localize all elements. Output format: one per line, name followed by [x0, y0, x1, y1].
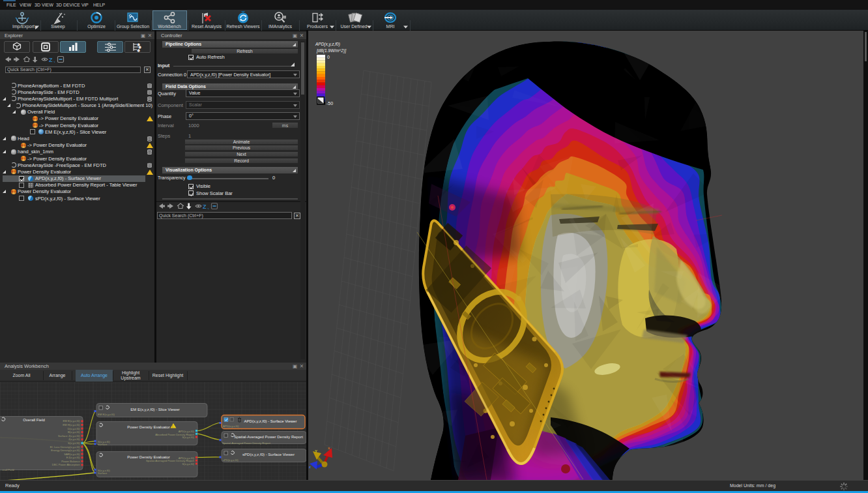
svg-text:Z: Z — [203, 203, 207, 210]
svg-text:0: 0 — [327, 55, 330, 59]
svg-text:B(x,y,z,f0): B(x,y,z,f0) — [68, 430, 80, 434]
svg-text:Surface: Surface — [98, 443, 108, 446]
svg-text:APD(x,y,z,f0): APD(x,y,z,f0) — [223, 425, 239, 428]
svg-text:S(x,y,z,f0): S(x,y,z,f0) — [182, 436, 194, 439]
svg-text:Power Balance: Power Balance — [61, 459, 80, 462]
svg-text:Spatial-Averaged Power Density: Spatial-Averaged Power Density Report — [234, 435, 303, 439]
svg-text:J(x,y,z,f0): J(x,y,z,f0) — [68, 438, 80, 441]
svg-text:Overall Field: Overall Field — [23, 418, 45, 422]
svg-text:Energy Density(x,y,z,f0): Energy Density(x,y,z,f0) — [51, 449, 80, 452]
svg-text:Surface J(x,y,z,f0): Surface J(x,y,z,f0) — [58, 434, 80, 437]
svg-text:Power Density Evaluator: Power Density Evaluator — [127, 455, 170, 458]
svg-text:SAR(x,y,z,f0): SAR(x,y,z,f0) — [64, 452, 80, 455]
svg-text:Spatial-Averaged Power Density: Spatial-Averaged Power Density Report — [222, 441, 271, 445]
svg-text:EM H(x,y,z,f0): EM H(x,y,z,f0) — [63, 423, 80, 426]
svg-text:EM E(x,y,z,f0): EM E(x,y,z,f0) — [98, 413, 115, 416]
svg-text:[dB(1.9W/m^2)]: [dB(1.9W/m^2)] — [316, 48, 346, 53]
svg-text:!: ! — [172, 425, 173, 428]
svg-text:APD(x,y,z,f0) - Surface Viewer: APD(x,y,z,f0) - Surface Viewer — [244, 419, 297, 423]
svg-text:Y: Y — [315, 449, 317, 453]
svg-text:D(x,y,z,f0): D(x,y,z,f0) — [68, 426, 80, 430]
svg-text:-50: -50 — [326, 101, 333, 106]
svg-text:Surface: Surface — [98, 471, 108, 475]
svg-text:sPD(x,y,z,f0): sPD(x,y,z,f0) — [223, 458, 239, 462]
svg-text:S(x,y,z,f0): S(x,y,z,f0) — [182, 462, 194, 466]
svg-text:EM E(x,y,z,f0): EM E(x,y,z,f0) — [63, 419, 81, 423]
svg-text:z: z — [309, 465, 311, 469]
svg-text:APD(x,y,z,f0): APD(x,y,z,f0) — [315, 42, 340, 47]
svg-text:S(x,y,z,f0): S(x,y,z,f0) — [68, 441, 80, 444]
svg-text:...erall Field: ...erall Field — [0, 468, 14, 471]
svg-text:El. Loss Density(x,y,z,f0): El. Loss Density(x,y,z,f0) — [50, 445, 80, 448]
svg-text:Power Density Evaluator: Power Density Evaluator — [127, 425, 170, 428]
svg-text:EJ(x,y,z,f0): EJ(x,y,z,f0) — [66, 456, 80, 459]
svg-text:sPD(x,y,z,f0) - Surface Viewer: sPD(x,y,z,f0) - Surface Viewer — [242, 453, 295, 456]
svg-text:DBC Power Absorption: DBC Power Absorption — [52, 463, 80, 466]
svg-text:EM E(x,y,z,f0) - Slice Viewer: EM E(x,y,z,f0) - Slice Viewer — [130, 408, 179, 411]
